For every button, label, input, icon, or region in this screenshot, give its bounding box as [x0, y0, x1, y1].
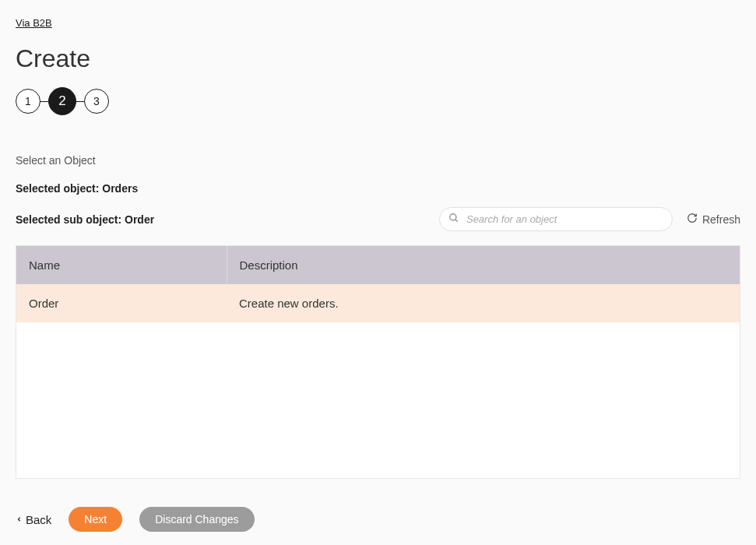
search-wrap	[439, 207, 673, 231]
page-title: Create	[16, 44, 740, 73]
object-table-wrap: Name Description Order Create new orders…	[16, 245, 740, 479]
svg-point-0	[450, 213, 456, 220]
footer: Back Next Discard Changes	[16, 507, 740, 532]
column-header-description[interactable]: Description	[227, 246, 740, 284]
table-row[interactable]: Order Create new orders.	[16, 284, 740, 322]
back-label: Back	[26, 513, 51, 526]
step-1[interactable]: 1	[16, 89, 40, 114]
step-connector	[76, 101, 84, 102]
column-header-name[interactable]: Name	[16, 246, 227, 284]
step-2[interactable]: 2	[48, 87, 76, 115]
refresh-button[interactable]: Refresh	[687, 213, 740, 226]
refresh-label: Refresh	[702, 213, 740, 226]
chevron-left-icon	[16, 513, 23, 526]
svg-line-1	[455, 219, 458, 221]
cell-name: Order	[16, 284, 227, 322]
section-label: Select an Object	[16, 154, 740, 167]
breadcrumb[interactable]: Via B2B	[16, 17, 52, 29]
step-connector	[40, 101, 48, 102]
discard-button[interactable]: Discard Changes	[139, 507, 254, 532]
object-table: Name Description Order Create new orders…	[16, 246, 740, 322]
stepper: 1 2 3	[16, 87, 740, 115]
search-input[interactable]	[439, 207, 673, 231]
step-3[interactable]: 3	[84, 89, 109, 114]
selected-object-line: Selected object: Orders	[16, 182, 740, 195]
back-button[interactable]: Back	[16, 513, 51, 526]
next-button[interactable]: Next	[69, 507, 122, 532]
cell-description: Create new orders.	[227, 284, 740, 322]
search-icon	[448, 213, 459, 227]
selected-sub-object-line: Selected sub object: Order	[16, 213, 154, 226]
refresh-icon	[687, 213, 698, 226]
